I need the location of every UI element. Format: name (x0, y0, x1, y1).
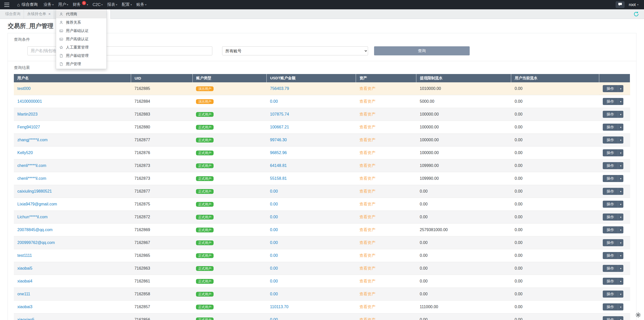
username-link[interactable]: zhangj*****il.com (17, 138, 48, 142)
user-account-menu[interactable]: root ▾ (629, 3, 638, 7)
usdt-amount-link[interactable]: 96852.96 (270, 151, 287, 155)
chevron-down-icon[interactable]: ▾ (618, 252, 623, 259)
sidebar-toggle-icon[interactable] (0, 0, 14, 9)
username-link[interactable]: caixiuling19880521 (17, 189, 52, 193)
usdt-amount-link[interactable]: 0.00 (270, 266, 278, 270)
usdt-amount-link[interactable]: 0.00 (270, 189, 278, 193)
user-menu-item[interactable]: 用户管理 (56, 60, 106, 68)
chevron-down-icon[interactable]: ▾ (618, 111, 623, 118)
view-assets-link[interactable]: 查看资产 (359, 215, 375, 219)
view-assets-link[interactable]: 查看资产 (359, 189, 375, 193)
chevron-down-icon[interactable]: ▾ (618, 214, 623, 221)
view-assets-link[interactable]: 查看资产 (359, 266, 375, 270)
search-button[interactable]: 查询 (374, 46, 470, 55)
username-link[interactable]: Lichun*****il.com (17, 215, 48, 219)
view-assets-link[interactable]: 查看资产 (359, 151, 375, 155)
usdt-amount-link[interactable]: 0.00 (270, 215, 278, 219)
action-button[interactable]: 操作▾ (603, 291, 623, 298)
usdt-amount-link[interactable]: 99746.30 (270, 138, 287, 142)
username-link[interactable]: chenli*****il.com (17, 176, 46, 181)
action-button[interactable]: 操作▾ (603, 252, 623, 259)
username-link[interactable]: Feng941027 (17, 125, 40, 129)
usdt-amount-link[interactable]: 0.00 (270, 99, 278, 103)
view-assets-link[interactable]: 查看资产 (359, 279, 375, 283)
usdt-amount-link[interactable]: 0.00 (270, 240, 278, 245)
action-button[interactable]: 操作▾ (603, 85, 623, 92)
usdt-amount-link[interactable]: 64148.81 (270, 163, 287, 168)
refresh-button[interactable] (633, 11, 639, 17)
action-button[interactable]: 操作▾ (603, 239, 623, 246)
navbar-item[interactable]: 报表▾ (105, 0, 119, 9)
action-button[interactable]: 操作▾ (603, 175, 623, 182)
user-menu-item[interactable]: 人工重置管理 (56, 43, 106, 52)
navbar-item[interactable]: C2C▾ (90, 0, 105, 9)
username-link[interactable]: Martin2023 (17, 112, 37, 116)
user-menu-item[interactable]: 用户高级认证 (56, 35, 106, 43)
chevron-down-icon[interactable]: ▾ (618, 265, 623, 272)
usdt-amount-link[interactable]: 756403.79 (270, 86, 289, 91)
navbar-item[interactable]: 账务▾ (134, 0, 149, 9)
chevron-down-icon[interactable]: ▾ (618, 124, 623, 131)
action-button[interactable]: 操作▾ (603, 214, 623, 221)
username-link[interactable]: 20078845@qq.com (17, 228, 53, 232)
user-menu-item[interactable]: 用户基础认证 (56, 27, 106, 35)
action-button[interactable]: 操作▾ (603, 111, 623, 118)
view-assets-link[interactable]: 查看资产 (359, 176, 375, 181)
user-menu-item[interactable]: 用户基础管理 (56, 52, 106, 60)
messages-button[interactable] (616, 1, 625, 8)
navbar-item[interactable]: 业务▾ (41, 0, 56, 9)
view-assets-link[interactable]: 查看资产 (359, 125, 375, 129)
action-button[interactable]: 操作▾ (603, 188, 623, 195)
chevron-down-icon[interactable]: ▾ (618, 175, 623, 182)
view-assets-link[interactable]: 查看资产 (359, 228, 375, 232)
navbar-item[interactable]: 配置▾ (119, 0, 134, 9)
view-assets-link[interactable]: 查看资产 (359, 317, 375, 320)
username-link[interactable]: xiaobai4 (17, 279, 32, 283)
username-link[interactable]: 200999762@qq.com (17, 240, 55, 245)
usdt-amount-link[interactable]: 0.00 (270, 202, 278, 206)
chevron-down-icon[interactable]: ▾ (618, 226, 623, 233)
action-button[interactable]: 操作▾ (603, 149, 623, 156)
user-menu-item[interactable]: 推荐关系 (56, 18, 106, 27)
username-link[interactable]: test1111 (17, 253, 32, 258)
nav-home-item[interactable]: ⌂ 综合查询 (14, 0, 41, 9)
chevron-down-icon[interactable]: ▾ (618, 201, 623, 208)
username-link[interactable]: 14100000001 (17, 99, 42, 103)
chevron-down-icon[interactable]: ▾ (618, 291, 623, 298)
usdt-amount-link[interactable]: 55158.81 (270, 176, 287, 181)
action-button[interactable]: 操作▾ (603, 98, 623, 105)
user-menu-item[interactable]: 代理商 (56, 10, 106, 18)
usdt-amount-link[interactable]: 0.00 (270, 228, 278, 232)
view-assets-link[interactable]: 查看资产 (359, 138, 375, 142)
action-button[interactable]: 操作▾ (603, 265, 623, 272)
username-link[interactable]: xiaobai3 (17, 305, 32, 309)
chevron-down-icon[interactable]: ▾ (618, 98, 623, 105)
chevron-down-icon[interactable]: ▾ (618, 162, 623, 169)
usdt-amount-link[interactable]: 100667.21 (270, 125, 289, 129)
chevron-down-icon[interactable]: ▾ (618, 149, 623, 156)
view-assets-link[interactable]: 查看资产 (359, 240, 375, 245)
tab-item[interactable]: 综合查询 (2, 9, 24, 19)
action-button[interactable]: 操作▾ (603, 162, 623, 169)
usdt-amount-link[interactable]: 0.00 (270, 317, 278, 320)
username-link[interactable]: Lixia9479@gmail.com (17, 202, 57, 206)
action-button[interactable]: 操作▾ (603, 201, 623, 208)
username-link[interactable]: chenli*****il.com (17, 163, 46, 168)
view-assets-link[interactable]: 查看资产 (359, 163, 375, 168)
chevron-down-icon[interactable]: ▾ (618, 239, 623, 246)
username-link[interactable]: Kelly520 (17, 151, 33, 155)
view-assets-link[interactable]: 查看资产 (359, 99, 375, 103)
action-button[interactable]: 操作▾ (603, 226, 623, 233)
usdt-amount-link[interactable]: 0.00 (270, 279, 278, 283)
username-link[interactable]: xiaoxiao5 (17, 317, 34, 320)
view-assets-link[interactable]: 查看资产 (359, 86, 375, 91)
username-link[interactable]: xiaobai5 (17, 266, 32, 270)
action-button[interactable]: 操作▾ (603, 316, 623, 320)
usdt-amount-link[interactable]: 107875.74 (270, 112, 289, 116)
keyword-input[interactable] (27, 46, 212, 55)
action-button[interactable]: 操作▾ (603, 136, 623, 144)
usdt-amount-link[interactable]: 0.00 (270, 292, 278, 296)
action-button[interactable]: 操作▾ (603, 124, 623, 131)
chevron-down-icon[interactable]: ▾ (618, 278, 623, 285)
chevron-down-icon[interactable]: ▾ (618, 316, 623, 320)
